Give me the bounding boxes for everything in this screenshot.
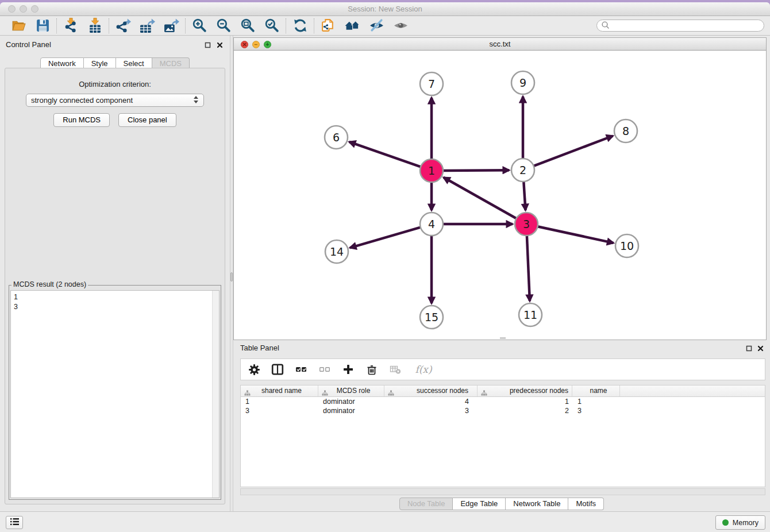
float-table-panel-icon[interactable]	[745, 344, 753, 352]
graph-node-14[interactable]: 14	[325, 240, 348, 263]
tab-network-table[interactable]: Network Table	[506, 498, 568, 510]
graph-edge-1-2[interactable]	[443, 170, 509, 171]
graph-edge-4-14[interactable]	[350, 228, 421, 248]
delete-table-icon	[389, 363, 402, 376]
graph-edge-3-10[interactable]	[538, 226, 614, 243]
table-row[interactable]: 3dominator323	[241, 406, 765, 415]
close-panel-button[interactable]: Close panel	[118, 113, 176, 127]
tab-node-table[interactable]: Node Table	[399, 498, 453, 510]
graph-node-15[interactable]: 15	[420, 306, 443, 329]
toolbar-group	[5, 18, 56, 34]
canvas-resize-handle[interactable]	[500, 337, 506, 339]
select-all-checks-icon[interactable]	[295, 363, 307, 376]
table-row[interactable]: 1dominator411	[241, 397, 765, 406]
close-table-panel-icon[interactable]	[756, 344, 764, 352]
open-session-icon[interactable]	[10, 18, 26, 34]
table-hscrollbar[interactable]	[240, 488, 765, 495]
network-window-title: scc.txt	[234, 38, 766, 51]
table-cell[interactable]: dominator	[318, 397, 384, 406]
mcds-result-area[interactable]: 1 3	[10, 290, 220, 498]
gear-icon[interactable]	[248, 363, 260, 376]
table-cell[interactable]: 1	[478, 397, 572, 406]
home-view-icon[interactable]	[344, 18, 360, 34]
export-table-icon[interactable]	[139, 18, 155, 34]
zoom-selected-icon[interactable]	[264, 18, 280, 34]
mcds-result-text: 1 3	[11, 291, 211, 497]
table-cell[interactable]: 3	[572, 406, 620, 415]
graph-node-1[interactable]: 1	[420, 159, 443, 182]
table-cell[interactable]: 3	[241, 406, 318, 415]
column-header-name[interactable]: name	[572, 385, 620, 396]
column-header-MCDS-role[interactable]: MCDS role	[318, 385, 384, 396]
graph-edge-1-6[interactable]	[349, 142, 421, 167]
column-label: name	[590, 387, 607, 395]
delete-row-icon[interactable]	[365, 363, 378, 376]
import-table-icon[interactable]	[87, 18, 103, 34]
deselect-all-checks-icon[interactable]	[318, 363, 331, 376]
column-header-shared-name[interactable]: shared name	[241, 385, 318, 396]
optimization-criterion-select[interactable]: strongly connected component	[26, 94, 204, 107]
graph-node-label: 7	[428, 78, 435, 90]
column-label: MCDS role	[337, 387, 371, 395]
main-toolbar	[0, 16, 770, 36]
copy-network-icon[interactable]	[320, 18, 336, 34]
table-cell[interactable]: 4	[384, 397, 478, 406]
zoom-in-icon[interactable]	[191, 18, 207, 34]
table-cell[interactable]: 2	[478, 406, 572, 415]
splitter-handle[interactable]	[230, 272, 233, 282]
graph-node-8[interactable]: 8	[614, 119, 637, 142]
tab-motifs[interactable]: Motifs	[568, 498, 604, 510]
graph-edge-2-3[interactable]	[523, 182, 525, 210]
window-titlebar: Session: New Session	[0, 2, 770, 16]
table-tabbar: Node TableEdge TableNetwork TableMotifs	[233, 498, 770, 510]
table-cell[interactable]: 1	[241, 397, 318, 406]
zoom-fit-icon[interactable]	[240, 18, 256, 34]
network-canvas[interactable]: 7968124314101511	[233, 51, 767, 340]
toolbar-group	[286, 18, 314, 34]
table-cell[interactable]: 3	[384, 406, 478, 415]
run-mcds-button[interactable]: Run MCDS	[53, 113, 110, 127]
network-window-titlebar: ✕ − + scc.txt	[233, 37, 767, 51]
refresh-network-icon[interactable]	[292, 18, 308, 34]
mcds-result-scrollbar[interactable]	[212, 291, 219, 498]
table-cell[interactable]: 1	[572, 397, 620, 406]
save-session-icon[interactable]	[34, 18, 51, 34]
column-header-successor-nodes[interactable]: successor nodes	[384, 385, 478, 396]
toolbar-group	[314, 18, 414, 34]
graph-node-label: 10	[620, 240, 634, 252]
zoom-out-icon[interactable]	[215, 18, 232, 34]
status-bar: Memory	[0, 511, 770, 532]
graph-node-3[interactable]: 3	[515, 213, 538, 236]
float-panel-icon[interactable]	[203, 41, 211, 49]
graph-node-label: 1	[428, 164, 435, 177]
graph-node-9[interactable]: 9	[511, 71, 534, 94]
graph-node-7[interactable]: 7	[420, 72, 443, 95]
graph-node-10[interactable]: 10	[615, 234, 638, 257]
node-table[interactable]: shared nameMCDS rolesuccessor nodesprede…	[240, 385, 765, 487]
graph-node-4[interactable]: 4	[420, 213, 443, 236]
hierarchy-icon	[322, 388, 328, 399]
export-network-icon[interactable]	[115, 18, 131, 34]
column-header-predecessor-nodes[interactable]: predecessor nodes	[478, 385, 572, 396]
search-box[interactable]	[596, 20, 764, 32]
graph-edge-2-8[interactable]	[534, 136, 613, 166]
close-panel-icon[interactable]	[215, 41, 224, 49]
search-input[interactable]	[612, 21, 764, 30]
column-label: shared name	[261, 387, 302, 395]
task-history-button[interactable]	[6, 516, 23, 529]
table-cell[interactable]: dominator	[318, 406, 384, 415]
hide-selected-icon[interactable]	[368, 18, 384, 34]
graph-node-11[interactable]: 11	[519, 303, 542, 326]
tab-edge-table[interactable]: Edge Table	[453, 498, 506, 510]
import-network-icon[interactable]	[63, 18, 79, 34]
show-all-icon[interactable]	[392, 18, 409, 34]
split-columns-icon[interactable]	[271, 363, 284, 376]
graph-node-6[interactable]: 6	[325, 126, 348, 149]
add-row-icon[interactable]	[342, 363, 355, 376]
export-image-icon[interactable]	[163, 18, 179, 34]
graph-edge-3-11[interactable]	[527, 236, 530, 301]
graph-edge-3-1[interactable]	[444, 178, 517, 218]
graph-node-label: 3	[523, 218, 530, 230]
memory-button[interactable]: Memory	[715, 515, 765, 530]
graph-node-2[interactable]: 2	[511, 159, 534, 182]
